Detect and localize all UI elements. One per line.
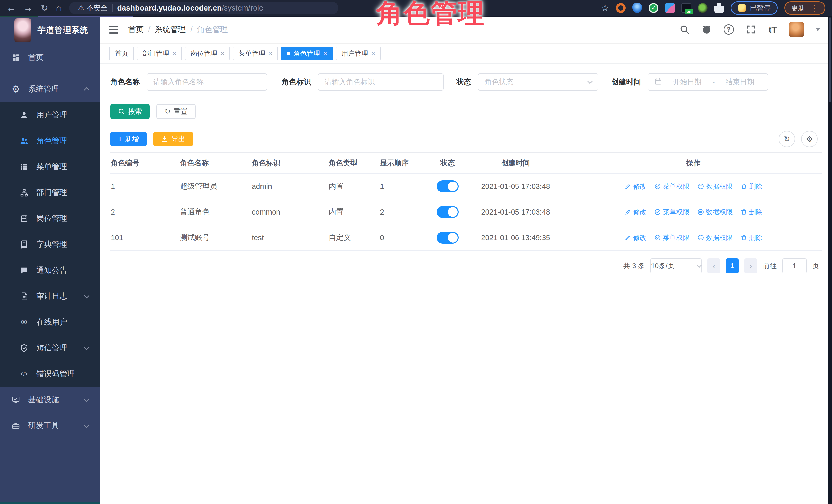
extension-icon[interactable]: ✓ (649, 3, 658, 13)
search-icon[interactable] (679, 24, 691, 35)
refresh-table-icon[interactable]: ↻ (779, 131, 795, 147)
data-permission-link[interactable]: 数据权限 (697, 233, 733, 242)
delete-link[interactable]: 删除 (740, 182, 762, 191)
bookmark-star-icon[interactable]: ☆ (601, 3, 609, 12)
cell-sort: 1 (380, 182, 428, 191)
close-icon[interactable]: × (220, 50, 224, 57)
security-warning[interactable]: ⚠不安全 (78, 3, 107, 12)
extension-icon[interactable] (632, 3, 642, 13)
data-permission-link[interactable]: 数据权限 (697, 182, 733, 191)
extension-icon[interactable] (698, 3, 708, 13)
breadcrumb-home[interactable]: 首页 (128, 24, 144, 35)
page-scrollbar[interactable] (828, 16, 832, 504)
sidebar-item-dev-tools[interactable]: 研发工具 (0, 413, 100, 439)
status-label: 状态 (457, 77, 471, 87)
github-icon[interactable] (701, 24, 712, 35)
main-area: 首页 / 系统管理 / 角色管理 ? (100, 16, 832, 504)
sidebar-item-notices[interactable]: 通知公告 (0, 257, 100, 283)
cell-role-id: 101 (110, 234, 180, 242)
breadcrumb-system[interactable]: 系统管理 (155, 24, 186, 35)
status-toggle[interactable] (437, 206, 459, 218)
sidebar-item-system[interactable]: ⚙ 系统管理 (0, 76, 100, 102)
close-icon[interactable]: × (371, 50, 375, 57)
sidebar-item-users[interactable]: 用户管理 (0, 102, 100, 128)
menu-permission-link[interactable]: 菜单权限 (654, 208, 690, 217)
sidebar-menu: 首页 ⚙ 系统管理 用户管理 角色管理 (0, 45, 100, 439)
sidebar-item-departments[interactable]: 部门管理 (0, 180, 100, 206)
role-name-input-wrap (147, 73, 267, 91)
extensions-puzzle-icon[interactable] (714, 3, 724, 13)
sidebar-item-dictionary[interactable]: 字典管理 (0, 232, 100, 257)
table-row: 2 普通角色 common 内置 2 2021-01-05 17:03:48 修… (110, 200, 822, 225)
calendar-icon (654, 77, 662, 87)
edit-link[interactable]: 修改 (625, 233, 647, 242)
hamburger-icon[interactable] (109, 26, 119, 33)
extension-icon[interactable] (616, 3, 626, 13)
export-button[interactable]: 导出 (153, 132, 193, 147)
sidebar-item-online-users[interactable]: 00 在线用户 (0, 309, 100, 335)
forward-icon[interactable]: → (24, 3, 33, 12)
profile-paused-chip[interactable]: 已暂停 (731, 1, 778, 15)
data-permission-link[interactable]: 数据权限 (697, 208, 733, 217)
extension-icon[interactable] (665, 3, 675, 13)
sidebar-item-menus[interactable]: 菜单管理 (0, 154, 100, 180)
caret-down-icon[interactable] (815, 28, 820, 31)
extension-icon[interactable]: on (681, 3, 691, 13)
back-icon[interactable]: ← (7, 3, 16, 12)
sidebar-item-sms[interactable]: 短信管理 (0, 335, 100, 361)
menu-permission-link[interactable]: 菜单权限 (654, 182, 690, 191)
status-select[interactable]: 角色状态 (478, 73, 598, 91)
date-range-picker[interactable]: 开始日期 - 结束日期 (648, 73, 768, 91)
cell-create-time: 2021-01-05 17:03:48 (467, 182, 564, 191)
edit-link[interactable]: 修改 (625, 182, 647, 191)
current-page-button[interactable]: 1 (726, 258, 739, 273)
role-key-input[interactable] (324, 78, 437, 86)
sidebar-item-infrastructure[interactable]: 基础设施 (0, 387, 100, 413)
reload-icon[interactable]: ↻ (41, 3, 48, 12)
sidebar-item-posts[interactable]: 岗位管理 (0, 206, 100, 232)
close-icon[interactable]: × (323, 50, 327, 57)
home-icon[interactable]: ⌂ (56, 3, 61, 12)
sidebar-item-roles[interactable]: 角色管理 (0, 128, 100, 154)
col-header: 创建时间 (467, 158, 564, 168)
scrollbar-thumb[interactable] (829, 18, 831, 102)
close-icon[interactable]: × (268, 50, 272, 57)
prev-page-button[interactable]: ‹ (707, 258, 720, 273)
page-size-select[interactable]: 10条/页 (650, 258, 702, 273)
address-bar[interactable]: ⚠不安全 dashboard.yudao.iocoder.cn/system/r… (69, 2, 338, 15)
start-date-placeholder[interactable]: 开始日期 (666, 77, 709, 87)
update-button[interactable]: 更新 ⋮ (784, 1, 825, 15)
menu-permission-link[interactable]: 菜单权限 (654, 233, 690, 242)
column-settings-icon[interactable]: ⚙ (801, 131, 817, 147)
sidebar-item-error-codes[interactable]: </> 错误码管理 (0, 361, 100, 387)
delete-link[interactable]: 删除 (740, 233, 762, 242)
col-header: 角色类型 (328, 158, 380, 168)
status-toggle[interactable] (437, 181, 459, 192)
roles-icon (19, 137, 29, 145)
sidebar-item-home[interactable]: 首页 (0, 45, 100, 71)
chrome-menu-icon[interactable]: ⋮ (811, 4, 818, 12)
tag-home[interactable]: 首页 (109, 47, 134, 60)
search-button[interactable]: 搜索 (110, 104, 150, 119)
tag-users[interactable]: 用户管理× (336, 47, 381, 60)
tag-menus[interactable]: 菜单管理× (233, 47, 278, 60)
text-size-icon[interactable]: tT (767, 24, 779, 35)
end-date-placeholder[interactable]: 结束日期 (719, 77, 761, 87)
sidebar-item-audit-log[interactable]: 审计日志 (0, 283, 100, 309)
delete-link[interactable]: 删除 (740, 208, 762, 217)
role-name-input[interactable] (153, 78, 260, 86)
tag-posts[interactable]: 岗位管理× (185, 47, 230, 60)
add-button[interactable]: + 新增 (110, 132, 147, 147)
close-icon[interactable]: × (172, 50, 176, 57)
help-icon[interactable]: ? (723, 24, 734, 35)
edit-link[interactable]: 修改 (625, 208, 647, 217)
tag-departments[interactable]: 部门管理× (137, 47, 182, 60)
goto-page-input[interactable] (782, 258, 807, 273)
fullscreen-icon[interactable] (745, 24, 757, 35)
status-toggle[interactable] (437, 232, 459, 243)
reset-button[interactable]: ↻ 重置 (156, 104, 196, 119)
user-avatar[interactable] (789, 22, 804, 37)
next-page-button[interactable]: › (744, 258, 757, 273)
tag-roles-active[interactable]: 角色管理× (281, 47, 333, 60)
app-logo-row[interactable]: 芋道管理系统 (0, 16, 100, 45)
